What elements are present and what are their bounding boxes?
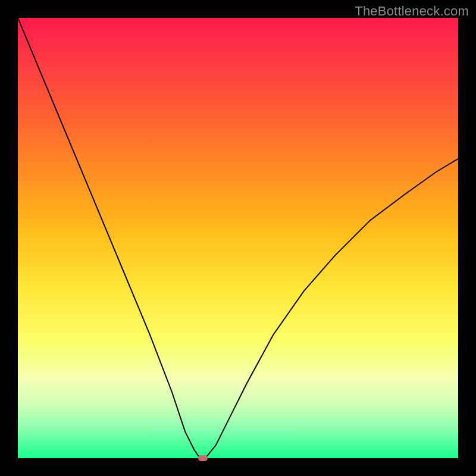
watermark-text: TheBottleneck.com [355, 4, 469, 19]
bottleneck-curve [18, 18, 458, 458]
optimal-point-marker [198, 455, 208, 461]
plot-area [18, 18, 458, 458]
chart-frame: TheBottleneck.com [0, 0, 476, 476]
